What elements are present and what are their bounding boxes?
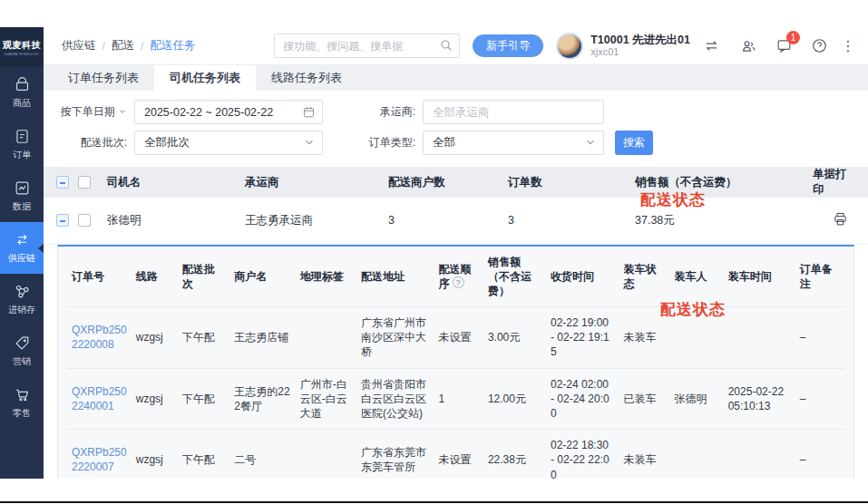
- breadcrumb-separator: /: [102, 40, 105, 53]
- tab-order-task-list[interactable]: 订单任务列表: [53, 65, 154, 91]
- sequence-cell: 未设置: [434, 430, 483, 479]
- remark-cell: –: [795, 368, 844, 430]
- select-all-checkbox[interactable]: [78, 176, 91, 189]
- avatar[interactable]: [556, 33, 583, 60]
- task-tabs: 订单任务列表 司机任务列表 线路任务列表: [44, 65, 868, 91]
- col-sales: 销售额（不含运费）: [631, 167, 809, 198]
- batch-cell: 下午配: [178, 368, 230, 430]
- col-receive-time: 收货时间: [546, 247, 619, 307]
- sequence-cell: 未设置: [434, 307, 483, 369]
- brand-logo-text: 观麦科技: [3, 39, 41, 52]
- global-search-input[interactable]: [274, 34, 460, 58]
- messages-icon[interactable]: 1: [775, 37, 793, 54]
- chevron-down-icon: [584, 136, 597, 151]
- sidebar-item-label: 进销存: [8, 304, 35, 316]
- driver-row: 张德明 王志勇承运商 3 3 37.38元: [44, 198, 868, 244]
- user-account: xjxc01: [590, 46, 690, 58]
- user-box[interactable]: T10001 先进先出01 xjxc01: [556, 33, 690, 60]
- share-nodes-icon: [14, 283, 31, 300]
- sidebar-item-retail[interactable]: 零售: [0, 377, 44, 429]
- address-cell: 贵州省贵阳市白云区白云区医院(公交站): [356, 368, 434, 430]
- address-cell: 广东省广州市南沙区深中大桥: [356, 307, 434, 369]
- sidebar-item-supply-chain[interactable]: 供应链: [0, 222, 44, 274]
- filter-row-2: 配送批次: 全部批次 订单类型: 全部: [56, 131, 855, 155]
- col-geo-tag: 地理标签: [296, 247, 356, 307]
- calendar-icon: [302, 105, 316, 121]
- main-area: 供应链 / 配送 / 配送任务 新手引导 T10001 先进先出01: [44, 27, 868, 479]
- user-name: T10001 先进先出01: [590, 34, 690, 46]
- breadcrumb-supply-chain[interactable]: 供应链: [62, 38, 96, 53]
- breadcrumb-delivery[interactable]: 配送: [112, 38, 134, 53]
- col-print: 单据打印: [809, 167, 868, 198]
- load-status-cell: 未装车: [619, 430, 670, 479]
- carrier-label: 承运商:: [357, 104, 423, 120]
- sales-cell: 3.00元: [483, 307, 546, 369]
- global-search: [274, 34, 460, 58]
- sidebar-item-data[interactable]: 数据: [0, 170, 44, 222]
- address-cell: 广东省东莞市东莞车管所: [356, 430, 434, 479]
- col-driver-name: 司机名: [103, 167, 241, 198]
- col-sequence: 配送顺序?: [434, 247, 483, 307]
- order-type-select[interactable]: 全部: [423, 131, 604, 155]
- search-button[interactable]: 搜索: [615, 131, 653, 155]
- order-table: 订单号 线路 配送批次 商户名 地理标签 配送地址 配送顺序? 销售额（不含运费…: [67, 247, 844, 480]
- sales-cell: 37.38元: [631, 198, 809, 244]
- date-range-input[interactable]: [144, 106, 297, 119]
- sidebar-item-inventory[interactable]: 进销存: [0, 274, 44, 325]
- bag-icon: [14, 76, 31, 93]
- driver-table: 司机名 承运商 配送商户数 订单数 销售额（不含运费） 单据打印 张德明 王志: [44, 167, 868, 245]
- order-no-link[interactable]: QXRPb2502220008: [72, 324, 127, 351]
- screen: 观麦科技 GUANMAI TECHNOLOGY 商品 订单 数据 供应链: [0, 0, 868, 504]
- sidebar: 观麦科技 GUANMAI TECHNOLOGY 商品 订单 数据 供应链: [0, 27, 44, 479]
- carrier-filter[interactable]: [423, 100, 604, 124]
- line-cell: wzgsj: [132, 307, 178, 369]
- breadcrumb-delivery-task[interactable]: 配送任务: [150, 38, 195, 53]
- order-row: QXRPb2502220007 wzgsj 下午配 二号 广东省东莞市东莞车管所…: [67, 430, 844, 479]
- document-icon: [14, 128, 31, 145]
- help-circle-icon[interactable]: ?: [453, 276, 464, 288]
- row-collapse-toggle[interactable]: [56, 214, 69, 227]
- tab-route-task-list[interactable]: 线路任务列表: [256, 65, 357, 91]
- order-row: QXRPb2502220008 wzgsj 下午配 王志勇店铺 广东省广州市南沙…: [67, 307, 844, 369]
- switch-account-icon[interactable]: [703, 37, 720, 54]
- search-icon[interactable]: [439, 38, 454, 56]
- app-window: 观麦科技 GUANMAI TECHNOLOGY 商品 订单 数据 供应链: [0, 27, 868, 479]
- newbie-guide-button[interactable]: 新手引导: [473, 34, 543, 57]
- remark-cell: –: [795, 307, 844, 369]
- brand-logo: 观麦科技 GUANMAI TECHNOLOGY: [0, 27, 44, 67]
- col-loader: 装车人: [669, 247, 723, 307]
- tab-driver-task-list[interactable]: 司机任务列表: [154, 65, 256, 91]
- carrier-input[interactable]: [433, 106, 578, 119]
- more-menu-icon[interactable]: ⋮: [841, 37, 855, 54]
- sales-cell: 22.38元: [483, 430, 546, 479]
- load-time-cell: [724, 430, 795, 479]
- sidebar-item-goods[interactable]: 商品: [0, 67, 44, 119]
- col-batch: 配送批次: [178, 247, 230, 307]
- row-checkbox[interactable]: [78, 214, 91, 227]
- order-no-link[interactable]: QXRPb2502240001: [72, 385, 127, 412]
- order-row: QXRPb2502240001 wzgsj 下午配 王志勇的222餐厅 广州市-…: [67, 368, 844, 430]
- remark-cell: –: [795, 430, 844, 479]
- filter-row-1: 按下单日期 承运商:: [56, 100, 855, 124]
- help-icon[interactable]: [811, 37, 828, 54]
- sidebar-item-label: 订单: [13, 149, 31, 161]
- batch-select-value: 全部批次: [144, 135, 190, 150]
- printer-icon[interactable]: [833, 217, 848, 229]
- sidebar-item-orders[interactable]: 订单: [0, 119, 44, 170]
- geo-tag-cell: 广州市-白云区-白云大道: [296, 368, 356, 430]
- swap-arrows-icon: [14, 231, 31, 248]
- sidebar-item-marketing[interactable]: 营销: [0, 325, 44, 377]
- collapse-all-toggle[interactable]: [56, 176, 69, 189]
- merchant-cell: 王志勇店铺: [229, 307, 295, 369]
- screen-bottom-edge: [0, 501, 868, 503]
- batch-select[interactable]: 全部批次: [134, 131, 323, 155]
- load-status-cell: 已装车: [619, 368, 670, 430]
- carrier-cell: 王志勇承运商: [241, 198, 385, 244]
- load-time-cell: 2025-02-22 05:10:13: [724, 368, 795, 430]
- line-cell: wzgsj: [132, 430, 178, 479]
- order-no-link[interactable]: QXRPb2502220007: [72, 446, 127, 473]
- date-type-dropdown[interactable]: 按下单日期: [56, 104, 134, 120]
- contacts-icon[interactable]: [740, 37, 757, 54]
- date-range-picker[interactable]: [134, 100, 323, 124]
- breadcrumb: 供应链 / 配送 / 配送任务: [62, 38, 195, 53]
